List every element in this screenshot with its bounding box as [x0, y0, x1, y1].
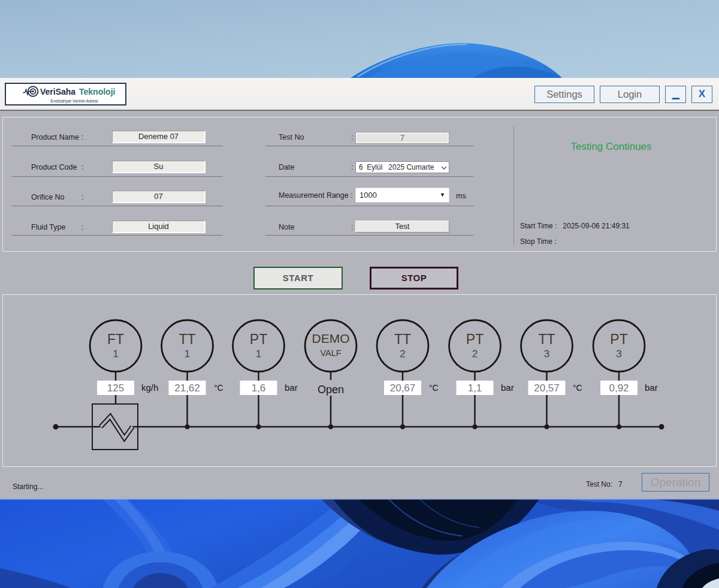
svg-text:2: 2: [472, 348, 478, 360]
svg-text:125: 125: [107, 382, 124, 394]
svg-text:kg/h: kg/h: [141, 382, 158, 393]
svg-text:TT: TT: [394, 331, 411, 347]
svg-text:VeriSaha: VeriSaha: [40, 87, 75, 97]
svg-text:TT: TT: [179, 331, 195, 347]
svg-text:PT: PT: [610, 331, 627, 347]
svg-text:TT: TT: [538, 331, 555, 347]
svg-text:21,62: 21,62: [174, 382, 200, 394]
svg-text:VALF: VALF: [320, 348, 341, 358]
svg-text:bar: bar: [645, 382, 658, 393]
svg-text:1: 1: [256, 348, 261, 360]
svg-text:1,6: 1,6: [252, 382, 266, 394]
svg-text:1: 1: [113, 348, 118, 360]
svg-text:20,57: 20,57: [534, 382, 560, 394]
svg-text:3: 3: [616, 348, 621, 360]
svg-text:0,92: 0,92: [609, 382, 629, 394]
svg-text:Open: Open: [318, 384, 344, 396]
svg-text:°C: °C: [573, 383, 582, 393]
svg-text:°C: °C: [429, 383, 439, 393]
svg-text:DEMO: DEMO: [312, 331, 350, 345]
svg-text:2: 2: [400, 348, 405, 360]
svg-text:20,67: 20,67: [390, 382, 416, 394]
svg-text:Teknoloji: Teknoloji: [79, 87, 115, 97]
svg-text:FT: FT: [107, 331, 124, 347]
svg-text:bar: bar: [285, 382, 298, 393]
svg-text:PT: PT: [466, 331, 484, 347]
svg-text:°C: °C: [214, 383, 223, 393]
svg-text:PT: PT: [250, 331, 267, 347]
svg-text:Endüstriyel Verinin Adresi: Endüstriyel Verinin Adresi: [50, 99, 98, 104]
svg-text:1,1: 1,1: [468, 382, 482, 394]
svg-text:bar: bar: [501, 382, 514, 393]
svg-text:1: 1: [185, 348, 190, 360]
svg-text:3: 3: [544, 348, 549, 360]
